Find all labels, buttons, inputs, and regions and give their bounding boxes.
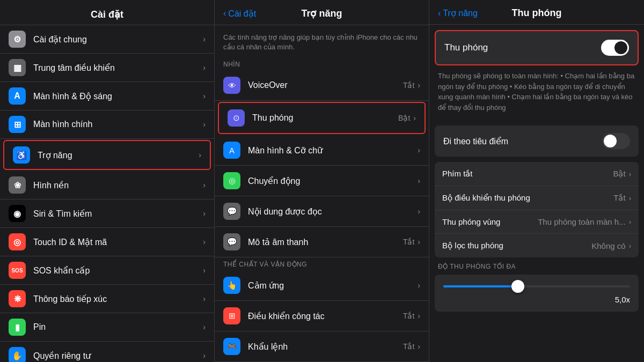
icon-tro-nang: ♿ [13,146,30,164]
acc-item-man-hinh-chu[interactable]: A Màn hình & Cỡ chữ › [215,135,429,166]
zoom-toggle-row[interactable]: Thu phóng [435,30,639,65]
chevron-bo-loc: › [629,242,631,250]
zoom-description: Thu phóng sẽ phóng to toàn màn hình: • C… [429,65,644,120]
zoom-toggle-switch[interactable] [601,40,629,56]
accessibility-description: Các tính năng trợ năng giúp bạn tùy chỉn… [215,25,429,57]
label-bo-loc: Bộ lọc thu phóng [442,241,591,250]
settings-item-trung-tam-dieu-khien[interactable]: ▦ Trung tâm điều khiển › [0,54,214,82]
settings-item-quyen[interactable]: ✋ Quyền riêng tư › [0,342,214,362]
acc-item-thu-phong[interactable]: ⊙ Thu phóng Bật › [218,102,426,134]
chevron-hinh-nen: › [203,181,206,189]
acc-item-chuyen-dong[interactable]: ◎ Chuyển động › [215,166,429,196]
chevron-dieu-khien: › [418,312,420,320]
chevron-phim-tat: › [629,170,631,178]
slider-value-row: 5,0x [443,295,630,304]
chevron-man-hinh-chinh: › [203,120,206,129]
label-siri: Siri & Tìm kiếm [33,209,203,219]
chevron-noi-dung-doc: › [418,207,420,216]
icon-thu-phong: ⊙ [228,109,245,127]
icon-pin: ▮ [9,319,26,336]
middle-panel: ‹ Cài đặt Trợ năng Các tính năng trợ năn… [215,0,429,362]
label-cai-dat-chung: Cài đặt chung [33,34,203,45]
label-mo-ta-am-thanh: Mô tả âm thanh [248,237,403,247]
right-back-button[interactable]: ‹ Trợ năng [438,8,478,18]
settings-item-cai-dat-chung[interactable]: ⚙ Cài đặt chung › [0,25,214,54]
right-list: Thu phóng Thu phóng sẽ phóng to toàn màn… [429,25,644,362]
chevron-left-icon: ‹ [223,9,226,18]
section-nhin: NHÌN [215,57,429,70]
chevron-tro-nang: › [199,151,201,159]
value-bo-loc: Không có [591,241,625,250]
settings-item-thong-bao[interactable]: ❋ Thông báo tiếp xúc › [0,285,214,313]
follow-focus-toggle[interactable] [602,133,630,149]
acc-item-cam-ung[interactable]: 👆 Cảm ứng › [215,270,429,301]
slider-section: 5,0x [435,275,639,312]
icon-hinh-nen: ❀ [9,176,26,194]
right-row-vung-thu-phong[interactable]: Thu phóng vùng Thu phóng toàn màn h... › [435,210,639,234]
slider-track[interactable] [443,285,630,287]
label-man-hinh-chinh: Màn hình chính [33,120,203,129]
label-vung-thu-phong: Thu phóng vùng [442,217,538,226]
label-man-hinh-chu: Màn hình & Cỡ chữ [248,145,418,156]
icon-thong-bao: ❋ [9,290,26,307]
right-row-phim-tat[interactable]: Phím tắt Bật › [435,162,639,186]
slider-fill [443,285,518,287]
zoom-toggle-label: Thu phóng [444,42,488,53]
label-chuyen-dong: Chuyển động [248,176,418,186]
acc-item-khau-lenh[interactable]: 🎮 Khẩu lệnh Tắt › [215,331,429,362]
icon-man-hinh-chu: A [223,142,240,159]
label-khau-lenh: Khẩu lệnh [248,342,403,352]
chevron-cai-dat-chung: › [203,35,206,43]
icon-quyen: ✋ [9,347,26,362]
settings-list: ⚙ Cài đặt chung › ▦ Trung tâm điều khiển… [0,25,214,362]
status-khau-lenh: Tắt [403,342,414,351]
icon-dieu-khien: ⊞ [223,307,240,324]
acc-item-mo-ta-am-thanh[interactable]: 💬 Mô tả âm thanh Tắt › [215,227,429,257]
label-dieu-khien: Điều khiển công tác [248,311,403,321]
acc-item-dieu-khien[interactable]: ⊞ Điều khiển công tác Tắt › [215,301,429,331]
chevron-man-hinh-do-sang: › [203,92,206,100]
status-mo-ta-am-thanh: Tắt [403,238,414,246]
settings-item-touch-id[interactable]: ◎ Touch ID & Mật mã › [0,228,214,256]
icon-mo-ta-am-thanh: 💬 [223,233,240,250]
settings-item-man-hinh-do-sang[interactable]: A Màn hình & Độ sáng › [0,82,214,110]
chevron-vung-thu-phong: › [629,218,631,226]
label-pin: Pin [33,322,203,332]
accessibility-list: Các tính năng trợ năng giúp bạn tùy chỉn… [215,25,429,362]
chevron-thu-phong: › [413,114,416,122]
middle-title: Trợ năng [301,8,342,19]
label-quyen: Quyền riêng tư [33,351,203,361]
follow-focus-row[interactable]: Đi theo tiêu điểm [435,125,639,157]
label-man-hinh-do-sang: Màn hình & Độ sáng [33,91,203,101]
middle-back-button[interactable]: ‹ Cài đặt [223,9,256,19]
settings-item-tro-nang[interactable]: ♿ Trợ năng › [3,140,211,170]
chevron-left-icon-right: ‹ [438,9,441,18]
label-tro-nang: Trợ năng [38,150,199,160]
slider-thumb[interactable] [511,280,524,293]
settings-item-sos[interactable]: SOS SOS khẩn cấp › [0,256,214,285]
label-noi-dung-doc: Nội dung được đọc [248,206,418,217]
left-title: Cài đặt [9,9,206,20]
settings-item-hinh-nen[interactable]: ❀ Hình nền › [0,171,214,200]
chevron-siri: › [203,209,206,218]
right-row-bo-loc[interactable]: Bộ lọc thu phóng Không có › [435,234,639,257]
acc-item-voiceover[interactable]: 👁 VoiceOver Tắt › [215,70,429,101]
label-cam-ung: Cảm ứng [248,280,418,291]
icon-trung-tam-dieu-khien: ▦ [9,59,26,76]
settings-item-man-hinh-chinh[interactable]: ⊞ Màn hình chính › [0,110,214,139]
left-panel: Cài đặt ⚙ Cài đặt chung › ▦ Trung tâm đi… [0,0,215,362]
value-phim-tat: Bật [613,169,625,179]
icon-cai-dat-chung: ⚙ [9,31,26,48]
right-row-bo-dieu-khien[interactable]: Bộ điều khiển thu phóng Tắt › [435,186,639,210]
chevron-cam-ung: › [418,281,420,290]
acc-item-noi-dung-doc[interactable]: 💬 Nội dung được đọc › [215,196,429,227]
settings-item-siri[interactable]: ◉ Siri & Tìm kiếm › [0,200,214,228]
icon-noi-dung-doc: 💬 [223,203,240,220]
settings-item-pin[interactable]: ▮ Pin › [0,313,214,342]
value-bo-dieu-khien: Tắt [613,193,625,203]
status-dieu-khien: Tắt [403,312,414,320]
left-header: Cài đặt [0,0,214,25]
slider-section-label: ĐỘ THU PHÓNG TỐI ĐA [429,257,644,272]
label-thong-bao: Thông báo tiếp xúc [33,294,203,304]
right-panel: ‹ Trợ năng Thu phóng Thu phóng Thu phóng… [429,0,644,362]
